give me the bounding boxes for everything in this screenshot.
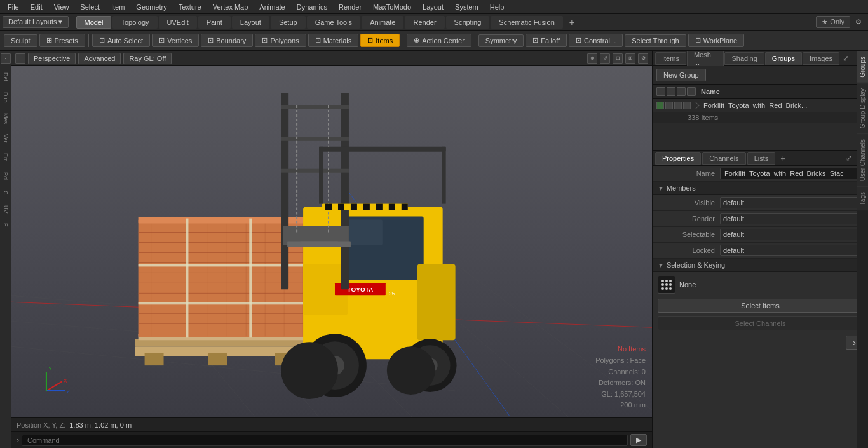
layout-tab-animate[interactable]: Animate [362,16,403,29]
selection-keying-header[interactable]: ▼ Selection & Keying [653,259,868,272]
menu-texture[interactable]: Texture [173,2,207,12]
ray-gl-toggle[interactable]: Ray GL: Off [123,53,172,64]
materials-button[interactable]: ⊡ Materials [308,34,359,47]
menu-vertex-map[interactable]: Vertex Map [208,2,254,12]
select-through-button[interactable]: Select Through [625,34,686,47]
select-items-button[interactable]: Select Items [658,299,863,313]
menu-select[interactable]: Select [75,2,105,12]
zoom-fit-icon[interactable]: ⊡ [613,53,623,64]
select-channels-button[interactable]: Select Channels [658,316,863,330]
advanced-dropdown[interactable]: Advanced [78,53,121,64]
boundary-button[interactable]: ⊡ Boundary [201,34,253,47]
keying-dots-icon[interactable] [658,276,675,294]
left-tool-1[interactable]: · [1,53,11,64]
col-eye-icon[interactable] [656,87,665,96]
panel-tab-groups[interactable]: Groups [765,52,802,65]
left-tool-vert[interactable]: Ver... [1,133,10,149]
left-tool-def[interactable]: Def... [1,71,10,88]
item-key-icon[interactable] [683,102,691,109]
layout-tab-schematic[interactable]: Schematic Fusion [491,16,562,29]
layout-tab-scripting[interactable]: Scripting [446,16,490,29]
layout-tab-layout[interactable]: Layout [232,16,269,29]
left-tool-f[interactable]: F... [1,222,10,232]
left-tool-c[interactable]: C... [1,189,10,201]
presets-button[interactable]: ⊞ Presets [39,34,85,47]
camera-sync-icon[interactable]: ⊕ [587,53,597,64]
action-center-button[interactable]: ⊕ Action Center [407,34,471,47]
constraints-button[interactable]: ⊡ Constrai... [569,34,623,47]
layout-tab-render[interactable]: Render [405,16,444,29]
menu-view[interactable]: View [49,2,74,12]
layout-tab-uvedit[interactable]: UVEdit [159,16,197,29]
falloff-button[interactable]: ⊡ Falloff [526,34,567,47]
menu-layout[interactable]: Layout [417,2,449,12]
name-input[interactable] [720,168,863,179]
menu-file[interactable]: File [3,2,24,12]
prop-tab-channels[interactable]: Channels [702,152,745,165]
item-eye-icon[interactable] [656,102,664,109]
symmetry-button[interactable]: Symmetry [478,34,524,47]
layout-settings-icon[interactable]: ⚙ [851,17,865,27]
side-tab-tags[interactable]: Tags [857,186,868,210]
workplane-button[interactable]: ⊡ WorkPlane [688,34,745,47]
viewport-snap-icon[interactable]: ⊞ [625,53,635,64]
layout-tab-setup[interactable]: Setup [271,16,306,29]
prop-tab-properties[interactable]: Properties [655,152,701,165]
auto-select-button[interactable]: ⊡ Auto Select [92,34,150,47]
view-toggle-icon[interactable]: · [15,53,25,64]
sculpt-button[interactable]: Sculpt [4,34,37,47]
layout-tab-gametools[interactable]: Game Tools [307,16,361,29]
col-render-icon[interactable] [667,87,675,96]
layout-tab-plus[interactable]: + [564,15,580,29]
panel-tab-items[interactable]: Items [655,52,686,65]
left-tool-uv[interactable]: UV... [1,204,10,219]
side-tab-user-channels[interactable]: User Channels [857,133,868,186]
panel-tab-images[interactable]: Images [803,52,839,65]
group-list-item[interactable]: Forklift_Toyota_with_Red_Brick... [653,99,868,112]
polygons-button[interactable]: ⊡ Polygons [255,34,306,47]
left-tool-em[interactable]: Em... [1,152,10,168]
members-section-header[interactable]: ▼ Members [653,182,868,195]
left-tool-pol[interactable]: Pol... [1,171,10,187]
menu-dynamics[interactable]: Dynamics [292,2,332,12]
col-key-icon[interactable] [687,87,696,96]
menu-item[interactable]: Item [106,2,130,12]
viewport-settings-icon[interactable]: ⚙ [638,53,648,64]
menu-help[interactable]: Help [485,2,510,12]
group-expand-arrow[interactable] [692,102,699,109]
side-tab-group-display[interactable]: Group Display [857,83,868,133]
left-tool-dup[interactable]: Dup... [1,91,10,109]
command-run-button[interactable]: ▶ [630,434,647,446]
layout-tab-paint[interactable]: Paint [198,16,231,29]
side-tab-groups[interactable]: Groups [857,51,868,83]
layout-tab-topology[interactable]: Topology [112,16,157,29]
menu-maxtomode[interactable]: MaxToModo [368,2,416,12]
locked-select[interactable]: default ▾ [720,245,863,256]
vertices-button[interactable]: ⊡ Vertices [152,34,199,47]
selectable-select[interactable]: default ▾ [720,229,863,240]
prop-tab-plus[interactable]: + [776,153,789,163]
item-render-icon[interactable] [665,102,673,109]
panel-expand-icon[interactable]: ⤢ [840,53,852,63]
layout-tab-model[interactable]: Model [76,16,112,29]
col-lock-icon[interactable] [677,87,686,96]
panel-tab-shading[interactable]: Shading [724,52,764,65]
fit-icon[interactable]: ↺ [600,53,610,64]
prop-expand-icon[interactable]: ⤢ [844,154,854,163]
group-list-area[interactable]: Forklift_Toyota_with_Red_Brick... 338 It… [653,99,868,150]
viewport[interactable]: TOYOTA 25 [11,66,652,417]
new-group-button[interactable]: New Group [656,69,706,81]
render-select[interactable]: default ▾ [720,213,863,224]
star-only-filter[interactable]: ★ Only [816,16,850,28]
menu-system[interactable]: System [450,2,484,12]
item-lock-icon[interactable] [674,102,682,109]
left-tool-mesh[interactable]: Mes... [1,112,10,130]
command-input[interactable] [22,435,628,446]
perspective-dropdown[interactable]: Perspective [28,53,76,64]
items-button[interactable]: ⊡ Items [360,34,400,47]
visible-select[interactable]: default ▾ [720,197,863,208]
prop-tab-lists[interactable]: Lists [747,152,776,165]
menu-render[interactable]: Render [334,2,367,12]
menu-animate[interactable]: Animate [254,2,290,12]
menu-edit[interactable]: Edit [25,2,48,12]
